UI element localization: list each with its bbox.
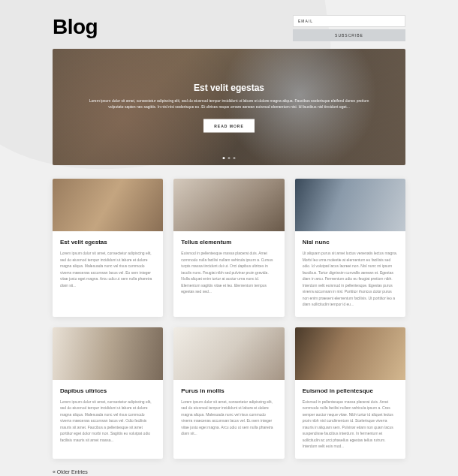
subscribe-form: EMAIL SUBSCRIBE — [293, 15, 405, 41]
slider-dot[interactable] — [228, 157, 231, 159]
post-excerpt: Euismod in pellentesque massa placerat d… — [303, 399, 398, 450]
post-excerpt: Lorem ipsum dolor sit amet, consectetur … — [181, 399, 276, 437]
post-title: Tellus elementum — [181, 239, 276, 246]
post-title: Est velit egestas — [60, 239, 155, 246]
hero-description: Lorem ipsum dolor sit amet, consectetur … — [88, 97, 370, 109]
slider-dot[interactable] — [234, 157, 236, 159]
post-image — [295, 327, 405, 380]
email-field[interactable]: EMAIL — [293, 15, 405, 27]
posts-grid: Est velit egestas Lorem ipsum dolor sit … — [53, 179, 405, 459]
post-image — [53, 179, 163, 231]
post-excerpt: Ut aliquam purus sit amet luctus venenat… — [303, 250, 398, 308]
post-card[interactable]: Purus in mollis Lorem ipsum dolor sit am… — [173, 327, 284, 459]
post-card[interactable]: Tellus elementum Euismod in pellentesque… — [173, 179, 284, 317]
post-title: Purus in mollis — [181, 387, 276, 394]
post-excerpt: Lorem ipsum dolor sit amet, consectetur … — [60, 250, 155, 288]
post-title: Dapibus ultrices — [60, 387, 155, 394]
slider-dot[interactable] — [223, 157, 225, 159]
post-card[interactable]: Euismod in pellentesque Euismod in pelle… — [295, 327, 405, 459]
post-image — [53, 327, 163, 380]
older-entries-link[interactable]: « Older Entries — [53, 469, 88, 474]
post-image — [173, 179, 284, 231]
header: Blog EMAIL SUBSCRIBE — [53, 15, 405, 41]
subscribe-button[interactable]: SUBSCRIBE — [293, 29, 405, 41]
page-title: Blog — [53, 15, 98, 39]
post-image — [295, 179, 405, 231]
hero-title: Est velit egestas — [88, 82, 370, 92]
post-card[interactable]: Nisl nunc Ut aliquam purus sit amet luct… — [295, 179, 405, 317]
post-card[interactable]: Dapibus ultrices Lorem ipsum dolor sit a… — [53, 327, 163, 459]
read-more-button[interactable]: READ MORE — [203, 119, 255, 132]
post-excerpt: Euismod in pellentesque massa placerat d… — [181, 250, 276, 295]
post-image — [173, 327, 284, 380]
post-title: Nisl nunc — [303, 239, 398, 246]
hero-slider: Est velit egestas Lorem ipsum dolor sit … — [53, 49, 405, 165]
post-card[interactable]: Est velit egestas Lorem ipsum dolor sit … — [53, 179, 163, 317]
slider-dots — [223, 157, 236, 159]
post-excerpt: Lorem ipsum dolor sit amet, consectetur … — [60, 399, 155, 444]
post-title: Euismod in pellentesque — [303, 387, 398, 394]
